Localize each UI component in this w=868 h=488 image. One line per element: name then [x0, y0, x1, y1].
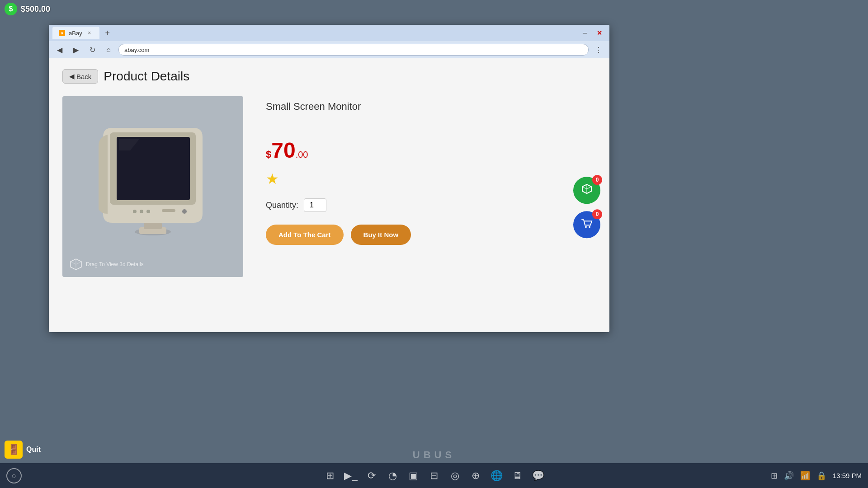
- floating-order-button[interactable]: 0: [573, 177, 600, 204]
- taskbar-icon-chat[interactable]: 💬: [531, 469, 545, 483]
- back-arrow-icon: ◀: [69, 72, 75, 80]
- product-image: [80, 114, 225, 259]
- quantity-input[interactable]: [304, 198, 326, 212]
- taskbar-battery-icon: 🔒: [816, 471, 826, 481]
- floating-cart-button[interactable]: 0: [573, 211, 600, 238]
- address-bar[interactable]: abay.com: [118, 44, 589, 56]
- browser-tab[interactable]: a aBay ×: [52, 27, 99, 39]
- taskbar-icon-target[interactable]: ◎: [448, 469, 462, 483]
- quit-icon: 🚪: [5, 441, 23, 459]
- svg-point-9: [182, 209, 187, 214]
- nav-back-button[interactable]: ◀: [53, 43, 66, 56]
- nav-home-button[interactable]: ⌂: [102, 43, 115, 56]
- taskbar-icon-square[interactable]: ▣: [406, 469, 420, 483]
- nav-forward-button[interactable]: ▶: [70, 43, 82, 56]
- desktop-money-bar: $ $500.00: [0, 0, 90, 18]
- page-header: ◀ Back Product Details: [62, 69, 596, 84]
- quantity-row: Quantity:: [266, 198, 596, 212]
- nav-extra-icon[interactable]: ⋮: [592, 43, 605, 56]
- svg-rect-8: [162, 209, 175, 212]
- action-buttons: Add To The Cart Buy It Now: [266, 225, 596, 245]
- taskbar-circle-icon[interactable]: ○: [6, 468, 22, 483]
- taskbar-icon-circle[interactable]: ⊕: [468, 469, 483, 483]
- drag-hint-text: Drag To View 3d Details: [86, 261, 144, 267]
- window-controls: ─ ✕: [579, 28, 606, 38]
- star-icon: ★: [266, 171, 279, 187]
- star-rating: ★: [266, 170, 596, 188]
- svg-point-7: [146, 210, 150, 213]
- address-text: abay.com: [124, 47, 149, 53]
- back-label: Back: [76, 73, 91, 80]
- tab-favicon: a: [59, 30, 65, 36]
- page-content: ◀ Back Product Details: [49, 58, 609, 332]
- svg-point-5: [133, 210, 137, 213]
- buy-it-now-button[interactable]: Buy It Now: [351, 225, 411, 245]
- window-minimize-button[interactable]: ─: [579, 28, 591, 38]
- product-details: Small Screen Monitor $ 70 .00 ★ Quantity…: [266, 96, 596, 277]
- tab-add-button[interactable]: +: [102, 28, 113, 38]
- tab-label: aBay: [69, 30, 82, 37]
- product-price: $ 70 .00: [266, 140, 596, 161]
- floating-buttons: 0 0: [573, 177, 600, 238]
- product-name: Small Screen Monitor: [266, 101, 596, 113]
- taskbar-left: ○: [6, 468, 22, 483]
- taskbar-icon-globe[interactable]: 🌐: [489, 469, 504, 483]
- order-icon: [580, 183, 593, 198]
- page-title: Product Details: [104, 69, 189, 84]
- tab-close-button[interactable]: ×: [86, 29, 93, 37]
- quantity-label: Quantity:: [266, 201, 298, 210]
- browser-chrome: a aBay × + ─ ✕ ◀ ▶ ↻ ⌂ abay.com ⋮: [49, 25, 609, 58]
- back-button[interactable]: ◀ Back: [62, 69, 98, 84]
- money-amount: $500.00: [21, 5, 50, 14]
- cube-hint-icon: [69, 257, 83, 272]
- svg-point-10: [585, 226, 587, 228]
- taskbar-wifi-icon: 📶: [800, 471, 810, 481]
- taskbar-icon-terminal[interactable]: ▶_: [344, 469, 358, 483]
- taskbar-icon-loop[interactable]: ⟳: [364, 469, 379, 483]
- taskbar-bottom: ○ ⊞ ▶_ ⟳ ◔ ▣ ⊟ ◎ ⊕ 🌐 🖥 💬 ⊞ 🔊 📶 🔒 13:59 P…: [0, 463, 868, 488]
- price-dollar-sign: $: [266, 149, 271, 160]
- title-bar: a aBay × + ─ ✕: [49, 25, 609, 41]
- taskbar-display-icon: ⊞: [771, 471, 778, 481]
- money-icon: $: [5, 3, 17, 15]
- taskbar-icon-clock[interactable]: ◔: [385, 469, 400, 483]
- product-image-container: Drag To View 3d Details: [62, 96, 243, 277]
- add-to-cart-button[interactable]: Add To The Cart: [266, 225, 344, 245]
- svg-rect-2: [144, 223, 162, 229]
- quit-label: Quit: [26, 446, 41, 454]
- taskbar-icon-panel[interactable]: ⊟: [427, 469, 441, 483]
- cart-icon: [580, 217, 593, 232]
- taskbar-volume-icon: 🔊: [784, 471, 794, 481]
- nav-bar: ◀ ▶ ↻ ⌂ abay.com ⋮: [49, 41, 609, 58]
- cart-badge: 0: [592, 209, 602, 219]
- quit-button[interactable]: 🚪 Quit: [5, 441, 41, 459]
- window-close-button[interactable]: ✕: [593, 28, 606, 38]
- nav-refresh-button[interactable]: ↻: [86, 43, 99, 56]
- taskbar-icon-grid[interactable]: ⊞: [323, 469, 337, 483]
- brand-footer: UBUS: [413, 449, 455, 461]
- taskbar-right: ⊞ 🔊 📶 🔒 13:59 PM: [771, 463, 862, 488]
- browser-window: a aBay × + ─ ✕ ◀ ▶ ↻ ⌂ abay.com ⋮: [49, 25, 609, 332]
- taskbar-icon-monitor[interactable]: 🖥: [510, 469, 524, 483]
- svg-point-11: [589, 226, 590, 228]
- product-layout: Drag To View 3d Details Small Screen Mon…: [62, 96, 596, 277]
- drag-hint: Drag To View 3d Details: [69, 257, 144, 272]
- price-cents: .00: [296, 150, 308, 160]
- taskbar-time: 13:59 PM: [833, 472, 862, 479]
- order-badge: 0: [592, 175, 602, 185]
- price-main: 70: [271, 140, 295, 161]
- svg-point-6: [140, 210, 143, 213]
